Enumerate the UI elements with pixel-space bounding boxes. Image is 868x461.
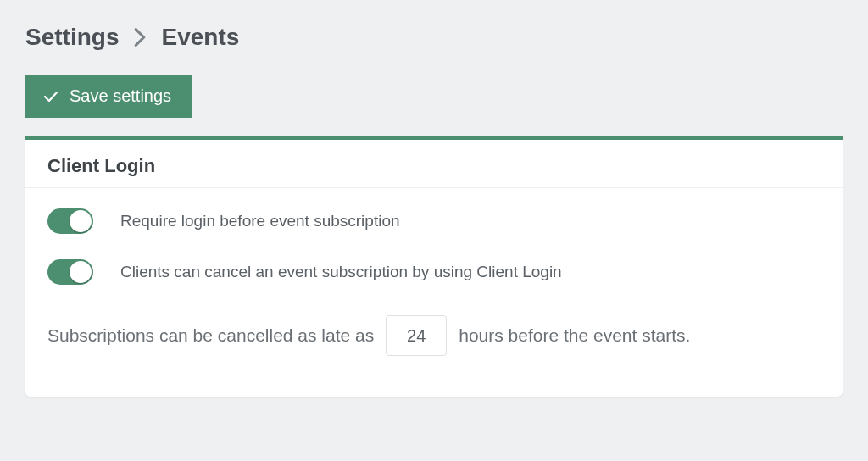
cancel-hours-input[interactable] (386, 315, 447, 356)
breadcrumb-root[interactable]: Settings (25, 24, 119, 51)
breadcrumb: Settings Events (25, 24, 843, 51)
toggle-label-client-cancel: Clients can cancel an event subscription… (120, 263, 562, 281)
save-settings-button[interactable]: Save settings (25, 75, 192, 118)
client-login-card: Client Login Require login before event … (25, 136, 843, 397)
cancel-deadline-row: Subscriptions can be cancelled as late a… (47, 315, 821, 356)
cancel-sentence-after: hours before the event starts. (459, 325, 690, 346)
card-title: Client Login (47, 155, 821, 177)
toggle-label-require-login: Require login before event subscription (120, 212, 400, 230)
toggle-knob (70, 210, 92, 232)
toggle-row-client-cancel: Clients can cancel an event subscription… (47, 259, 821, 285)
toggle-client-cancel[interactable] (47, 259, 93, 285)
card-header: Client Login (25, 140, 843, 188)
save-button-label: Save settings (70, 86, 171, 106)
card-body: Require login before event subscription … (25, 188, 843, 356)
check-icon (42, 88, 59, 105)
toggle-knob (70, 261, 92, 283)
chevron-right-icon (134, 28, 146, 47)
toggle-require-login[interactable] (47, 208, 93, 234)
cancel-sentence-before: Subscriptions can be cancelled as late a… (47, 325, 374, 346)
breadcrumb-current: Events (161, 24, 239, 51)
toggle-row-require-login: Require login before event subscription (47, 208, 821, 234)
